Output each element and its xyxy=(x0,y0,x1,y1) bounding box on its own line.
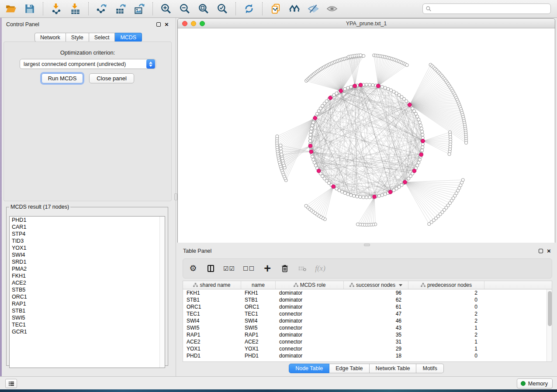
table-cell[interactable]: FKH1 xyxy=(241,289,276,296)
tab-motifs[interactable]: Motifs xyxy=(416,364,443,373)
table-cell[interactable]: dominator xyxy=(276,296,344,303)
optimization-criterion-select[interactable]: largest connected component (undirected) xyxy=(20,59,156,69)
table-cell[interactable]: ACE2 xyxy=(241,338,276,345)
table-cell[interactable]: 31 xyxy=(344,338,408,345)
import-table-button[interactable] xyxy=(68,1,83,16)
table-cell[interactable]: 46 xyxy=(344,317,408,324)
close-panel-button[interactable]: Close panel xyxy=(89,73,134,83)
mcds-result-item[interactable]: SWI5 xyxy=(10,314,165,321)
table-cell[interactable]: dominator xyxy=(276,303,344,310)
hide-selected-button[interactable] xyxy=(306,1,321,16)
table-cell[interactable]: SWI5 xyxy=(241,324,276,331)
table-cell[interactable]: 1 xyxy=(408,324,484,331)
table-scrollbar-thumb[interactable] xyxy=(548,291,552,326)
network-canvas[interactable] xyxy=(178,28,555,243)
table-cell[interactable]: 0 xyxy=(408,296,484,303)
table-cell[interactable]: RAP1 xyxy=(241,331,276,338)
mcds-result-item[interactable]: STB5 xyxy=(10,286,165,293)
table-cell[interactable]: 43 xyxy=(344,324,408,331)
table-cell[interactable]: STB1 xyxy=(183,296,241,303)
mcds-result-list[interactable]: PHD1CAR1STP4TID3YOX1SWI4SRD1PMA2FKH1ACE2… xyxy=(9,216,165,368)
delete-column-button[interactable] xyxy=(280,263,290,274)
tab-style[interactable]: Style xyxy=(66,33,89,42)
export-table-button[interactable] xyxy=(113,1,128,16)
table-row[interactable]: ORC1ORC1dominator610 xyxy=(183,303,552,310)
show-panels-button[interactable] xyxy=(5,379,17,388)
table-row[interactable]: RAP1RAP1dominator352 xyxy=(183,331,552,338)
tab-network-table[interactable]: Network Table xyxy=(370,364,417,373)
select-all-button[interactable]: ☑☑ xyxy=(223,263,235,274)
clone-network-button[interactable] xyxy=(268,1,283,16)
table-cell[interactable]: PHD1 xyxy=(241,352,276,359)
horizontal-splitter-handle[interactable] xyxy=(364,244,370,246)
run-mcds-button[interactable]: Run MCDS xyxy=(42,73,83,83)
table-cell[interactable]: 0 xyxy=(408,352,484,359)
mcds-result-item[interactable]: STP4 xyxy=(10,230,165,237)
show-all-button[interactable] xyxy=(325,1,339,16)
table-cell[interactable]: dominator xyxy=(276,289,344,296)
close-panel-icon[interactable]: × xyxy=(547,249,551,253)
table-cell[interactable]: 0 xyxy=(408,303,484,310)
table-cell[interactable]: dominator xyxy=(276,317,344,324)
list-scrollbar-track[interactable] xyxy=(159,217,165,368)
column-header-shared-name[interactable]: shared name xyxy=(183,281,241,289)
table-cell[interactable]: YOX1 xyxy=(241,345,276,352)
table-cell[interactable]: 29 xyxy=(344,345,408,352)
mcds-result-item[interactable]: TEC1 xyxy=(10,321,165,328)
table-cell[interactable]: 35 xyxy=(344,331,408,338)
table-cell[interactable]: connector xyxy=(276,338,344,345)
table-cell[interactable]: connector xyxy=(276,324,344,331)
mcds-result-item[interactable]: CAR1 xyxy=(10,224,165,230)
mcds-result-item[interactable]: SWI4 xyxy=(10,251,165,258)
float-panel-icon[interactable] xyxy=(156,22,161,27)
network-graph[interactable] xyxy=(178,28,555,243)
table-cell[interactable]: SWI4 xyxy=(241,317,276,324)
zoom-fit-button[interactable] xyxy=(196,1,211,16)
import-network-button[interactable] xyxy=(49,1,64,16)
mcds-result-item[interactable]: PHD1 xyxy=(10,217,165,224)
search-input[interactable] xyxy=(432,4,548,13)
add-column-button[interactable]: + xyxy=(263,263,272,274)
export-network-button[interactable] xyxy=(94,1,109,16)
table-row[interactable]: TEC1TEC1connector472 xyxy=(183,310,552,317)
mcds-result-item[interactable]: TID3 xyxy=(10,237,165,244)
table-cell[interactable]: 96 xyxy=(344,289,408,296)
table-cell[interactable]: dominator xyxy=(276,331,344,338)
mcds-result-item[interactable]: ORC1 xyxy=(10,293,165,300)
column-header-successor-nodes[interactable]: successor nodes xyxy=(344,281,408,289)
column-header-predecessor-nodes[interactable]: predecessor nodes xyxy=(408,281,484,289)
table-cell[interactable]: 18 xyxy=(344,352,408,359)
table-cell[interactable]: TEC1 xyxy=(183,310,241,317)
tab-edge-table[interactable]: Edge Table xyxy=(329,364,369,373)
mcds-result-item[interactable]: GCR1 xyxy=(10,328,165,335)
table-cell[interactable]: ORC1 xyxy=(183,303,241,310)
table-cell[interactable]: SWI4 xyxy=(183,317,241,324)
float-panel-icon[interactable] xyxy=(539,249,543,253)
table-row[interactable]: STB1STB1dominator620 xyxy=(183,296,552,303)
mcds-result-item[interactable]: RAP1 xyxy=(10,300,165,307)
table-cell[interactable]: YOX1 xyxy=(183,345,241,352)
table-cell[interactable]: ORC1 xyxy=(241,303,276,310)
zoom-in-button[interactable] xyxy=(159,1,173,16)
zoom-selected-button[interactable] xyxy=(215,1,230,16)
tab-node-table[interactable]: Node Table xyxy=(289,364,329,373)
table-cell[interactable]: 2 xyxy=(408,310,484,317)
zoom-out-button[interactable] xyxy=(177,1,192,16)
table-cell[interactable]: STB1 xyxy=(241,296,276,303)
column-header-name[interactable]: name xyxy=(241,281,276,289)
mcds-result-item[interactable]: PMA2 xyxy=(10,265,165,272)
table-cell[interactable]: 61 xyxy=(344,303,408,310)
table-cell[interactable]: connector xyxy=(276,345,344,352)
table-scrollbar-track[interactable] xyxy=(547,289,552,361)
table-row[interactable]: SWI4SWI4dominator462 xyxy=(183,317,552,324)
table-cell[interactable]: PHD1 xyxy=(183,352,241,359)
export-image-button[interactable] xyxy=(132,1,147,16)
memory-button[interactable]: Memory xyxy=(517,378,553,389)
refresh-layout-button[interactable] xyxy=(242,1,256,16)
table-row[interactable]: PHD1PHD1dominator180 xyxy=(183,352,552,359)
function-builder-button[interactable]: f(x) xyxy=(315,263,325,274)
network-window-titlebar[interactable]: YPA_prune.txt_1 xyxy=(178,19,555,28)
split-columns-button[interactable] xyxy=(206,263,215,274)
table-settings-button[interactable]: ⚙ xyxy=(188,263,198,274)
panel-splitter[interactable] xyxy=(174,18,177,376)
